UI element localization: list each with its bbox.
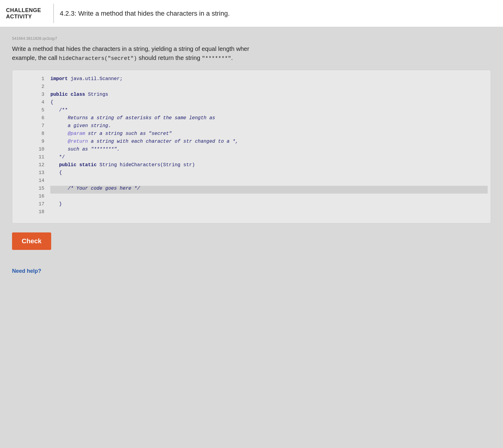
header-divider [53, 4, 54, 23]
description-line2: example, the call hideCharacters("secret… [12, 54, 233, 61]
challenge-text: CHALLENGE [6, 7, 41, 14]
table-row: 18 [15, 209, 488, 217]
code-line: { [50, 100, 488, 107]
need-help-link[interactable]: Need help? [12, 268, 41, 274]
line-number: 7 [15, 123, 50, 131]
code-line [50, 178, 488, 186]
line-number: 4 [15, 100, 50, 107]
description-line1: Write a method that hides the characters… [12, 45, 249, 52]
line-number: 11 [15, 154, 50, 162]
line-number: 9 [15, 139, 50, 147]
code-line: public class Strings [50, 92, 488, 100]
code-line: @param str a string such as "secret" [50, 131, 488, 139]
table-row: 12 public static String hideCharacters(S… [15, 162, 488, 170]
code-line: { [50, 170, 488, 178]
table-row: 6 Returns a string of asterisks of the s… [15, 115, 488, 123]
table-row: 16 [15, 194, 488, 201]
code-line: */ [50, 154, 488, 162]
code-table: 1 import java.util.Scanner; 2 3 public c… [15, 76, 488, 217]
page-header: CHALLENGE ACTIVITY 4.2.3: Write a method… [0, 0, 503, 27]
table-row: 1 import java.util.Scanner; [15, 76, 488, 84]
table-row: 8 @param str a string such as "secret" [15, 131, 488, 139]
line-number: 16 [15, 194, 50, 201]
line-number: 6 [15, 115, 50, 123]
activity-id: 541664.3811828.qx3zqy7 [12, 36, 491, 41]
code-line: such as "*******". [50, 147, 488, 154]
header-title: 4.2.3: Write a method that hides the cha… [60, 10, 230, 17]
table-row: 15 /* Your code goes here */ [15, 186, 488, 194]
header-label: CHALLENGE ACTIVITY [6, 7, 41, 20]
main-content: 541664.3811828.qx3zqy7 Write a method th… [0, 27, 503, 283]
line-number: 14 [15, 178, 50, 186]
line-number: 1 [15, 76, 50, 84]
table-row: 2 [15, 84, 488, 92]
line-number: 13 [15, 170, 50, 178]
code-line: /** [50, 107, 488, 115]
table-row: 4 { [15, 100, 488, 107]
line-number: 18 [15, 209, 50, 217]
code-line [50, 194, 488, 201]
line-number: 8 [15, 131, 50, 139]
code-line: import java.util.Scanner; [50, 76, 488, 84]
table-row: 14 [15, 178, 488, 186]
table-row: 11 */ [15, 154, 488, 162]
table-row: 3 public class Strings [15, 92, 488, 100]
code-line: Returns a string of asterisks of the sam… [50, 115, 488, 123]
line-number: 5 [15, 107, 50, 115]
code-line [50, 84, 488, 92]
description: Write a method that hides the characters… [12, 44, 491, 63]
check-button[interactable]: Check [12, 232, 51, 250]
code-line: } [50, 201, 488, 209]
table-row: 5 /** [15, 107, 488, 115]
code-line: /* Your code goes here */ [50, 186, 488, 194]
code-line: a given string. [50, 123, 488, 131]
table-row: 17 } [15, 201, 488, 209]
activity-text: ACTIVITY [6, 14, 41, 20]
line-number: 2 [15, 84, 50, 92]
line-number: 12 [15, 162, 50, 170]
table-row: 13 { [15, 170, 488, 178]
table-row: 10 such as "*******". [15, 147, 488, 154]
code-editor[interactable]: 1 import java.util.Scanner; 2 3 public c… [12, 70, 491, 223]
code-line: @return a string with each character of … [50, 139, 488, 147]
code-line [50, 209, 488, 217]
line-number: 17 [15, 201, 50, 209]
code-line: public static String hideCharacters(Stri… [50, 162, 488, 170]
line-number: 10 [15, 147, 50, 154]
line-number: 15 [15, 186, 50, 194]
table-row: 7 a given string. [15, 123, 488, 131]
table-row: 9 @return a string with each character o… [15, 139, 488, 147]
line-number: 3 [15, 92, 50, 100]
